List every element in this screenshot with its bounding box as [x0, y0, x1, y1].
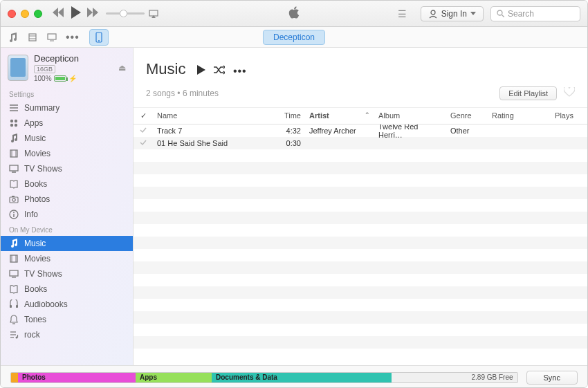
empty-row: [134, 336, 587, 349]
col-rating[interactable]: Rating: [488, 111, 536, 120]
sidebar-item-apps[interactable]: Apps: [1, 116, 133, 131]
svg-rect-35: [16, 305, 18, 308]
page-title: Music: [146, 60, 185, 78]
sidebar-item-label: Music: [24, 239, 46, 248]
window-titlebar: ☰ Sign In Search: [1, 1, 587, 27]
sidebar-item-d-books[interactable]: Books: [1, 281, 133, 297]
storage-docs-segment: Documents & Data: [212, 373, 392, 382]
favorite-icon[interactable]: [564, 87, 575, 100]
film-icon: [9, 149, 19, 158]
volume-slider[interactable]: [106, 10, 158, 18]
empty-row: [134, 174, 587, 187]
sidebar-item-d-rock[interactable]: rock: [1, 327, 133, 342]
sidebar-item-tvshows[interactable]: TV Shows: [1, 161, 133, 176]
sidebar-item-books[interactable]: Books: [1, 176, 133, 192]
close-button[interactable]: [8, 10, 16, 18]
content-area: Music ••• 2 songs • 6 minutes Edit Playl…: [134, 48, 587, 365]
playlist-icon: [9, 330, 19, 340]
sidebar-item-d-music[interactable]: Music: [1, 236, 133, 251]
col-album[interactable]: Album: [374, 111, 446, 120]
section-settings: Settings: [1, 86, 133, 100]
bottom-bar: Photos Apps Documents & Data 2.89 GB Fre…: [1, 365, 587, 388]
empty-row: [134, 274, 587, 286]
sidebar-item-music[interactable]: Music: [1, 131, 133, 146]
play-button[interactable]: [70, 6, 81, 21]
svg-line-3: [502, 15, 505, 18]
sync-button[interactable]: Sync: [526, 371, 578, 385]
tv-library-icon[interactable]: [46, 32, 57, 43]
sidebar-item-label: Info: [24, 210, 38, 219]
table-row[interactable]: Track 74:32Jeffrey ArcherTwelve Red Herr…: [134, 124, 587, 137]
minimize-button[interactable]: [21, 10, 29, 18]
play-all-button[interactable]: [197, 65, 205, 77]
more-icon[interactable]: •••: [66, 32, 80, 43]
row-artist: Jeffrey Archer: [305, 127, 374, 135]
transport-controls: [52, 6, 99, 21]
sidebar-item-label: Tones: [24, 315, 46, 324]
airplay-icon[interactable]: [149, 10, 158, 18]
list-view-icon[interactable]: ☰: [398, 8, 407, 19]
row-album: Twelve Red Herri…: [374, 124, 446, 139]
row-time: 4:32: [269, 127, 305, 135]
empty-row: [134, 249, 587, 261]
sidebar-item-d-tvshows[interactable]: TV Shows: [1, 266, 133, 281]
maximize-button[interactable]: [34, 10, 42, 18]
sidebar-item-d-tones[interactable]: Tones: [1, 312, 133, 327]
eject-button[interactable]: ⏏: [118, 63, 126, 73]
sidebar-item-label: Summary: [24, 103, 59, 113]
sidebar-item-movies[interactable]: Movies: [1, 146, 133, 161]
storage-bar: Photos Apps Documents & Data 2.89 GB Fre…: [10, 372, 518, 383]
col-checked[interactable]: ✓: [134, 111, 153, 120]
row-genre: Other: [446, 127, 488, 135]
col-genre[interactable]: Genre: [446, 111, 488, 120]
tv-icon: [9, 269, 19, 279]
sidebar-item-summary[interactable]: Summary: [1, 100, 133, 116]
col-artist[interactable]: Artist⌃: [305, 111, 374, 120]
svg-point-1: [431, 10, 435, 15]
col-time[interactable]: Time: [269, 111, 305, 120]
sidebar-item-d-movies[interactable]: Movies: [1, 251, 133, 266]
shuffle-button[interactable]: [214, 65, 225, 77]
storage-free-segment: 2.89 GB Free: [392, 373, 517, 382]
charging-icon: ⚡: [68, 75, 77, 82]
svg-point-14: [10, 120, 13, 122]
sidebar-item-d-audiobooks[interactable]: Audiobooks: [1, 297, 133, 312]
search-input[interactable]: Search: [490, 6, 580, 21]
svg-rect-25: [12, 196, 15, 197]
edit-playlist-button[interactable]: Edit Playlist: [499, 86, 557, 100]
movies-library-icon[interactable]: [27, 32, 38, 43]
sidebar-item-photos[interactable]: Photos: [1, 192, 133, 207]
signin-button[interactable]: Sign In: [421, 6, 484, 21]
list-icon: [9, 103, 19, 113]
row-name: 01 He Said She Said: [153, 139, 269, 147]
music-library-icon[interactable]: [8, 32, 19, 43]
svg-point-10: [98, 40, 100, 41]
svg-point-27: [13, 212, 15, 213]
bell-icon: [9, 315, 19, 324]
previous-button[interactable]: [52, 8, 64, 20]
svg-point-16: [10, 124, 13, 127]
next-button[interactable]: [86, 8, 99, 20]
info-icon: [9, 210, 19, 219]
sidebar-item-label: TV Shows: [24, 269, 62, 279]
device-chip[interactable]: [89, 29, 109, 46]
row-checked-icon: [134, 127, 153, 135]
empty-row: [134, 187, 587, 199]
sidebar-item-info[interactable]: Info: [1, 207, 133, 222]
device-tab[interactable]: Decepticon: [263, 30, 325, 45]
col-plays[interactable]: Plays: [536, 111, 578, 120]
empty-row: [134, 224, 587, 237]
svg-rect-0: [149, 10, 158, 16]
chevron-down-icon: [470, 12, 476, 16]
sidebar-item-label: Apps: [24, 118, 43, 128]
apple-logo-icon: [288, 6, 300, 22]
device-header: Decepticon 16GB 100% ⚡ ⏏: [1, 48, 133, 86]
col-name[interactable]: Name: [153, 111, 269, 120]
camera-icon: [9, 194, 19, 204]
storage-apps-segment: Apps: [136, 373, 212, 382]
svg-rect-32: [10, 270, 18, 276]
sidebar-item-label: Photos: [24, 194, 50, 204]
more-actions-button[interactable]: •••: [233, 66, 247, 77]
sidebar-item-label: Books: [24, 284, 47, 294]
table-row[interactable]: 01 He Said She Said0:30: [134, 137, 587, 149]
